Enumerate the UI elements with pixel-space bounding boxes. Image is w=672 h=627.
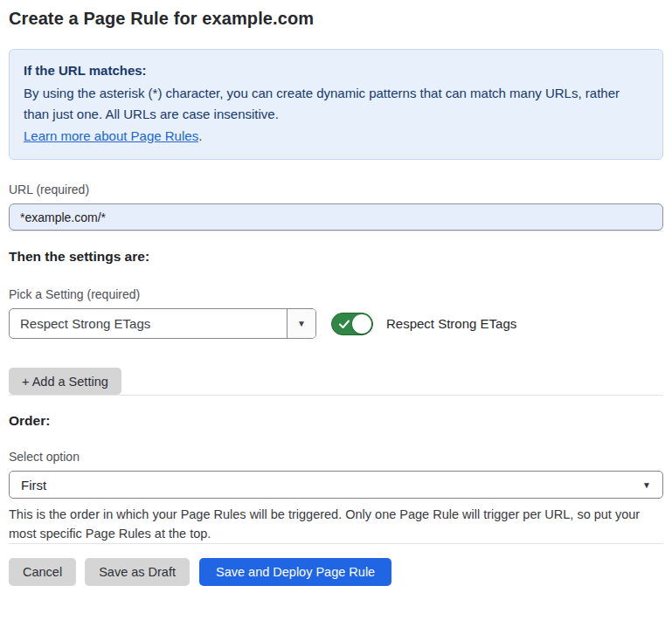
toggle-label: Respect Strong ETags [386,316,516,331]
add-setting-button[interactable]: + Add a Setting [9,368,121,395]
check-icon [338,318,350,330]
select-option-label: Select option [9,450,663,464]
pick-setting-label: Pick a Setting (required) [9,287,663,301]
settings-section-heading: Then the settings are: [9,249,663,265]
setting-toggle[interactable] [331,313,373,335]
url-match-info-box: If the URL matches: By using the asteris… [9,49,663,160]
divider [9,543,663,544]
setting-dropdown[interactable]: Respect Strong ETags ▼ [9,308,316,339]
save-draft-button[interactable]: Save as Draft [85,558,190,586]
divider [9,395,663,396]
order-section-heading: Order: [9,413,663,429]
info-box-heading: If the URL matches: [24,60,648,82]
toggle-knob [352,314,371,334]
divider [9,231,663,231]
cancel-button[interactable]: Cancel [9,558,76,586]
order-help-text: This is the order in which your Page Rul… [9,505,660,543]
setting-dropdown-value: Respect Strong ETags [10,309,287,338]
url-section: URL (required) [9,183,663,231]
setting-row: Respect Strong ETags ▼ Respect Strong ET… [9,308,663,339]
chevron-down-icon[interactable]: ▼ [287,309,315,338]
page-title: Create a Page Rule for example.com [9,9,663,29]
order-select[interactable]: First ▼ [9,471,663,499]
link-period: . [198,128,202,143]
create-page-rule-form: Create a Page Rule for example.com If th… [0,0,672,586]
chevron-down-icon: ▼ [642,480,651,490]
url-label: URL (required) [9,183,663,196]
info-box-link-line: Learn more about Page Rules. [24,126,648,148]
learn-more-link[interactable]: Learn more about Page Rules [24,128,198,143]
save-deploy-button[interactable]: Save and Deploy Page Rule [199,558,391,586]
info-box-body: By using the asterisk (*) character, you… [24,83,648,126]
url-input[interactable] [9,203,663,231]
order-select-value: First [21,478,46,493]
form-footer: Cancel Save as Draft Save and Deploy Pag… [9,558,663,586]
